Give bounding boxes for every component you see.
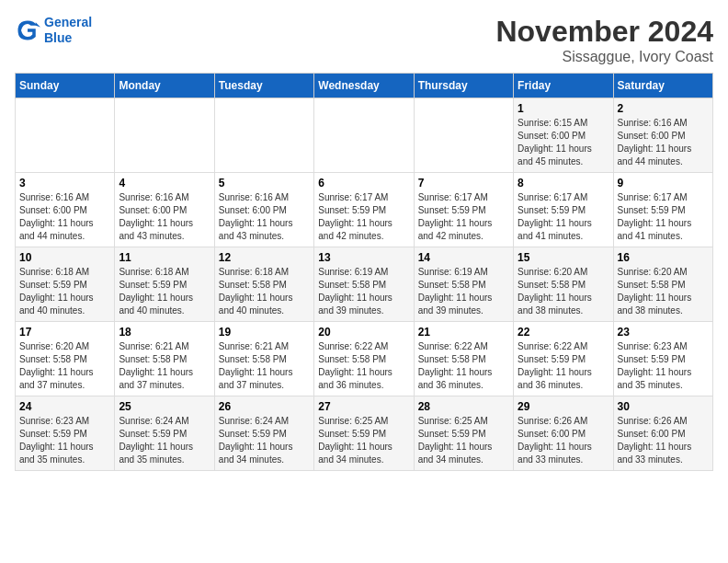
- calendar-cell: 30Sunrise: 6:26 AM Sunset: 6:00 PM Dayli…: [613, 396, 712, 471]
- day-info: Sunrise: 6:18 AM Sunset: 5:58 PM Dayligh…: [219, 266, 310, 317]
- day-info: Sunrise: 6:16 AM Sunset: 6:00 PM Dayligh…: [19, 191, 110, 243]
- day-number: 15: [518, 251, 609, 264]
- calendar-cell: 14Sunrise: 6:19 AM Sunset: 5:58 PM Dayli…: [414, 247, 513, 322]
- day-info: Sunrise: 6:22 AM Sunset: 5:58 PM Dayligh…: [418, 340, 509, 392]
- calendar-cell: [115, 98, 214, 173]
- calendar-cell: 5Sunrise: 6:16 AM Sunset: 6:00 PM Daylig…: [214, 173, 313, 247]
- day-info: Sunrise: 6:26 AM Sunset: 6:00 PM Dayligh…: [618, 415, 709, 466]
- day-info: Sunrise: 6:26 AM Sunset: 6:00 PM Dayligh…: [518, 415, 609, 466]
- calendar-cell: 9Sunrise: 6:17 AM Sunset: 5:59 PM Daylig…: [613, 173, 712, 247]
- day-info: Sunrise: 6:21 AM Sunset: 5:58 PM Dayligh…: [119, 340, 210, 392]
- calendar-cell: 15Sunrise: 6:20 AM Sunset: 5:58 PM Dayli…: [514, 247, 613, 322]
- day-number: 29: [518, 400, 609, 413]
- day-number: 22: [518, 326, 609, 339]
- calendar-cell: 2Sunrise: 6:16 AM Sunset: 6:00 PM Daylig…: [613, 98, 712, 173]
- day-number: 19: [219, 326, 310, 339]
- day-number: 21: [418, 326, 509, 339]
- calendar-cell: [214, 98, 313, 173]
- day-header-wednesday: Wednesday: [314, 74, 414, 98]
- week-row-1: 1Sunrise: 6:15 AM Sunset: 6:00 PM Daylig…: [16, 98, 713, 173]
- day-number: 23: [618, 326, 709, 339]
- day-number: 3: [19, 177, 110, 190]
- calendar-cell: 8Sunrise: 6:17 AM Sunset: 5:59 PM Daylig…: [514, 173, 613, 247]
- day-number: 20: [318, 326, 409, 339]
- day-header-tuesday: Tuesday: [214, 74, 313, 98]
- day-info: Sunrise: 6:18 AM Sunset: 5:59 PM Dayligh…: [19, 266, 110, 317]
- calendar-cell: [314, 98, 414, 173]
- day-info: Sunrise: 6:20 AM Sunset: 5:58 PM Dayligh…: [19, 340, 110, 392]
- day-info: Sunrise: 6:24 AM Sunset: 5:59 PM Dayligh…: [119, 415, 210, 466]
- day-info: Sunrise: 6:16 AM Sunset: 6:00 PM Dayligh…: [119, 191, 210, 243]
- day-number: 14: [418, 251, 509, 264]
- day-info: Sunrise: 6:22 AM Sunset: 5:59 PM Dayligh…: [518, 340, 609, 392]
- calendar-cell: 3Sunrise: 6:16 AM Sunset: 6:00 PM Daylig…: [16, 173, 115, 247]
- week-row-3: 10Sunrise: 6:18 AM Sunset: 5:59 PM Dayli…: [16, 247, 713, 322]
- day-info: Sunrise: 6:25 AM Sunset: 5:59 PM Dayligh…: [318, 415, 409, 466]
- day-info: Sunrise: 6:20 AM Sunset: 5:58 PM Dayligh…: [618, 266, 709, 317]
- day-number: 13: [318, 251, 409, 264]
- week-row-5: 24Sunrise: 6:23 AM Sunset: 5:59 PM Dayli…: [16, 396, 713, 471]
- calendar-cell: 21Sunrise: 6:22 AM Sunset: 5:58 PM Dayli…: [414, 322, 513, 396]
- day-info: Sunrise: 6:17 AM Sunset: 5:59 PM Dayligh…: [318, 191, 409, 243]
- logo-icon: [15, 17, 40, 43]
- day-number: 28: [418, 400, 509, 413]
- day-info: Sunrise: 6:17 AM Sunset: 5:59 PM Dayligh…: [518, 191, 609, 243]
- calendar-cell: 4Sunrise: 6:16 AM Sunset: 6:00 PM Daylig…: [115, 173, 214, 247]
- week-row-4: 17Sunrise: 6:20 AM Sunset: 5:58 PM Dayli…: [16, 322, 713, 396]
- day-info: Sunrise: 6:25 AM Sunset: 5:59 PM Dayligh…: [418, 415, 509, 466]
- day-header-friday: Friday: [514, 74, 613, 98]
- calendar-table: SundayMondayTuesdayWednesdayThursdayFrid…: [15, 73, 713, 471]
- calendar-cell: 20Sunrise: 6:22 AM Sunset: 5:58 PM Dayli…: [314, 322, 414, 396]
- day-header-sunday: Sunday: [16, 74, 115, 98]
- day-info: Sunrise: 6:17 AM Sunset: 5:59 PM Dayligh…: [618, 191, 709, 243]
- calendar-cell: 18Sunrise: 6:21 AM Sunset: 5:58 PM Dayli…: [115, 322, 214, 396]
- day-number: 4: [119, 177, 210, 190]
- logo: General Blue: [15, 15, 92, 46]
- title-section: November 2024 Sissaggue, Ivory Coast: [495, 15, 713, 65]
- day-number: 1: [518, 102, 609, 115]
- header: General Blue November 2024 Sissaggue, Iv…: [15, 15, 713, 65]
- day-number: 18: [119, 326, 210, 339]
- calendar-cell: [414, 98, 513, 173]
- day-number: 27: [318, 400, 409, 413]
- day-number: 11: [119, 251, 210, 264]
- calendar-cell: 11Sunrise: 6:18 AM Sunset: 5:59 PM Dayli…: [115, 247, 214, 322]
- subtitle: Sissaggue, Ivory Coast: [495, 49, 713, 65]
- day-info: Sunrise: 6:18 AM Sunset: 5:59 PM Dayligh…: [119, 266, 210, 317]
- calendar-cell: 10Sunrise: 6:18 AM Sunset: 5:59 PM Dayli…: [16, 247, 115, 322]
- calendar-cell: 28Sunrise: 6:25 AM Sunset: 5:59 PM Dayli…: [414, 396, 513, 471]
- calendar-cell: 19Sunrise: 6:21 AM Sunset: 5:58 PM Dayli…: [214, 322, 313, 396]
- calendar-cell: 13Sunrise: 6:19 AM Sunset: 5:58 PM Dayli…: [314, 247, 414, 322]
- calendar-cell: 6Sunrise: 6:17 AM Sunset: 5:59 PM Daylig…: [314, 173, 414, 247]
- day-info: Sunrise: 6:24 AM Sunset: 5:59 PM Dayligh…: [219, 415, 310, 466]
- day-number: 6: [318, 177, 409, 190]
- calendar-cell: 25Sunrise: 6:24 AM Sunset: 5:59 PM Dayli…: [115, 396, 214, 471]
- day-info: Sunrise: 6:20 AM Sunset: 5:58 PM Dayligh…: [518, 266, 609, 317]
- calendar-cell: 26Sunrise: 6:24 AM Sunset: 5:59 PM Dayli…: [214, 396, 313, 471]
- header-row: SundayMondayTuesdayWednesdayThursdayFrid…: [16, 74, 713, 98]
- day-number: 25: [119, 400, 210, 413]
- day-number: 2: [618, 102, 709, 115]
- day-info: Sunrise: 6:23 AM Sunset: 5:59 PM Dayligh…: [618, 340, 709, 392]
- day-number: 26: [219, 400, 310, 413]
- day-number: 8: [518, 177, 609, 190]
- day-number: 9: [618, 177, 709, 190]
- calendar-cell: 22Sunrise: 6:22 AM Sunset: 5:59 PM Dayli…: [514, 322, 613, 396]
- day-info: Sunrise: 6:15 AM Sunset: 6:00 PM Dayligh…: [518, 117, 609, 168]
- day-header-saturday: Saturday: [613, 74, 712, 98]
- day-number: 12: [219, 251, 310, 264]
- calendar-cell: 16Sunrise: 6:20 AM Sunset: 5:58 PM Dayli…: [613, 247, 712, 322]
- calendar-cell: [16, 98, 115, 173]
- calendar-cell: 24Sunrise: 6:23 AM Sunset: 5:59 PM Dayli…: [16, 396, 115, 471]
- day-info: Sunrise: 6:19 AM Sunset: 5:58 PM Dayligh…: [318, 266, 409, 317]
- day-number: 30: [618, 400, 709, 413]
- calendar-cell: 7Sunrise: 6:17 AM Sunset: 5:59 PM Daylig…: [414, 173, 513, 247]
- day-info: Sunrise: 6:23 AM Sunset: 5:59 PM Dayligh…: [19, 415, 110, 466]
- week-row-2: 3Sunrise: 6:16 AM Sunset: 6:00 PM Daylig…: [16, 173, 713, 247]
- day-number: 16: [618, 251, 709, 264]
- day-number: 5: [219, 177, 310, 190]
- day-number: 17: [19, 326, 110, 339]
- day-info: Sunrise: 6:19 AM Sunset: 5:58 PM Dayligh…: [418, 266, 509, 317]
- day-header-monday: Monday: [115, 74, 214, 98]
- calendar-cell: 12Sunrise: 6:18 AM Sunset: 5:58 PM Dayli…: [214, 247, 313, 322]
